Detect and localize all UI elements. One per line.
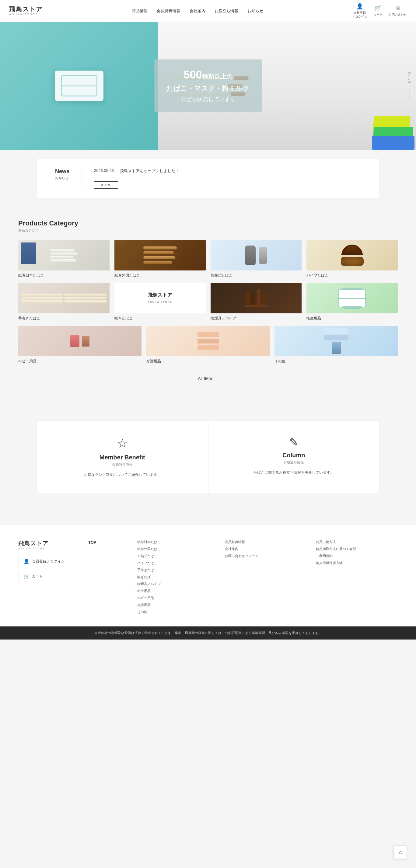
category-pipe-tobacco[interactable]: パイプたばこ bbox=[306, 240, 398, 278]
column-title-ja: お役立ち情報 bbox=[284, 460, 304, 465]
member-login-label: 会員登録／ログイン bbox=[352, 11, 367, 19]
category-pipe-tobacco-label: パイプたばこ bbox=[306, 273, 398, 278]
footer-contact-link[interactable]: お問い合わせフォーム bbox=[225, 554, 307, 558]
hero-sub-text: などを販売しています bbox=[167, 96, 249, 103]
category-baby-img bbox=[18, 326, 142, 356]
category-kiseru-img bbox=[211, 283, 302, 313]
logo[interactable]: 飛鳥ストア ASUKA STORE bbox=[9, 5, 42, 16]
nav-column[interactable]: お役立ち情報 bbox=[214, 8, 238, 14]
gaikoku-visual bbox=[140, 242, 180, 269]
footer-tokutei-link[interactable]: 特定商取引法に基づく表記 bbox=[316, 547, 398, 551]
all-item-wrapper: All Item bbox=[18, 364, 398, 393]
footer-logo-en: ASUKA STORE bbox=[18, 547, 79, 550]
news-text: 飛鳥ストアをオープンしました！ bbox=[120, 168, 179, 174]
footer-info-links: お買い物方法 特定商取引法に基づく表記 ご利用規約 個人情報保護方針 bbox=[316, 540, 398, 614]
towel2 bbox=[324, 335, 349, 340]
footer-top-link[interactable]: TOP bbox=[88, 540, 125, 614]
footer-link-baby[interactable]: －ベビー用品 bbox=[134, 596, 216, 600]
category-kaigo-label: 介護用品 bbox=[146, 359, 270, 364]
info-cards: ☆ Member Benefit 会員特典情報 お得なランク制度についてご紹介し… bbox=[36, 421, 380, 494]
member-benefit-desc: お得なランク制度についてご紹介しています。 bbox=[84, 472, 161, 478]
contact-button[interactable]: ✉ お問い合わせ bbox=[389, 5, 407, 17]
category-kanetsu[interactable]: 加熱式たばこ bbox=[211, 240, 302, 278]
footer-logo-ja: 飛鳥ストア bbox=[18, 540, 79, 547]
category-kiseru[interactable]: 喫煙具／パイプ bbox=[211, 283, 302, 321]
nav-member[interactable]: 会員特典情報 bbox=[157, 8, 180, 14]
member-benefit-title-ja: 会員特典情報 bbox=[112, 462, 132, 467]
footer-cart-link[interactable]: 🛒 カート bbox=[18, 571, 79, 582]
footer-howtobuy-link[interactable]: お買い物方法 bbox=[316, 540, 398, 544]
products-title-en: Products Category bbox=[18, 219, 398, 227]
footer-member-link[interactable]: 👤 会員登録／ログイン bbox=[18, 556, 79, 567]
member-login-button[interactable]: 👤 会員登録／ログイン bbox=[352, 3, 367, 19]
category-gaikoku-img bbox=[114, 240, 206, 271]
footer-member-label: 会員登録／ログイン bbox=[32, 559, 65, 564]
footer-link-kiseru[interactable]: －喫煙具／パイプ bbox=[134, 582, 216, 586]
all-item-button[interactable]: All Item bbox=[198, 376, 218, 381]
kaigo-visual bbox=[195, 329, 222, 353]
footer-user-links: 👤 会員登録／ログイン 🛒 カート bbox=[18, 556, 79, 582]
footer-member-benefit-link[interactable]: 会員特典情報 bbox=[225, 540, 307, 544]
news-title: News bbox=[55, 168, 69, 175]
all-item-label: All Item bbox=[198, 376, 212, 381]
category-fukitatsu[interactable]: 飛鳥ストア ASUKA STORE 嗅ぎたばこ bbox=[114, 283, 206, 321]
category-fukitatsu-label: 嗅ぎたばこ bbox=[114, 316, 206, 321]
footer-link-pipe-tobacco[interactable]: －パイプたばこ bbox=[134, 561, 216, 565]
column-card[interactable]: ✎ Column お役立ち情報 たばこに関するお役立ち情報を更新しています。 bbox=[208, 421, 380, 494]
footer-link-kaigo[interactable]: －介護用品 bbox=[134, 603, 216, 607]
cart-label: カート bbox=[374, 12, 383, 17]
products-grid-row1: 紙巻日本たばこ 紙巻外国たばこ 加熱式たばこ bbox=[18, 240, 398, 278]
nav-products[interactable]: 商品情報 bbox=[132, 8, 148, 14]
category-kaigo[interactable]: 介護用品 bbox=[146, 326, 270, 364]
mail-icon: ✉ bbox=[396, 5, 400, 11]
footer-link-kanetsu[interactable]: －加熱式たばこ bbox=[134, 554, 216, 558]
footer-link-nihon[interactable]: －紙巻日本たばこ bbox=[134, 540, 216, 544]
category-nihon[interactable]: 紙巻日本たばこ bbox=[18, 240, 110, 278]
category-baby[interactable]: ベビー用品 bbox=[18, 326, 142, 364]
hero-main-text: たばこ・マスク・粉ミルク bbox=[167, 83, 249, 94]
column-desc: たばこに関するお役立ち情報を更新しています。 bbox=[254, 469, 334, 476]
news-more-button[interactable]: MORE bbox=[94, 181, 118, 189]
nav-news[interactable]: お知らせ bbox=[247, 8, 263, 14]
category-eisei-label: 衛生用品 bbox=[306, 316, 398, 321]
footer-link-fukitatsu[interactable]: －嗅ぎたばこ bbox=[134, 575, 216, 579]
category-kiseru-label: 喫煙具／パイプ bbox=[211, 316, 302, 321]
products-section: Products Category 商品カテゴリ 紙巻日本たばこ bbox=[0, 204, 416, 408]
contact-label: お問い合わせ bbox=[389, 12, 407, 17]
category-nihon-img bbox=[18, 240, 110, 271]
footer-link-eisei[interactable]: －衛生用品 bbox=[134, 589, 216, 593]
hero-section: 500種類以上の たばこ・マスク・粉ミルク などを販売しています Scroll bbox=[0, 22, 416, 150]
footer-privacy-link[interactable]: 個人情報保護方針 bbox=[316, 561, 398, 565]
footer-cart-label: カート bbox=[32, 574, 43, 579]
category-pipe-tobacco-img bbox=[306, 240, 398, 271]
category-eisei[interactable]: 衛生用品 bbox=[306, 283, 398, 321]
footer-company-link[interactable]: 会社案内 bbox=[225, 547, 307, 551]
products-grid-row2: 手巻きたばこ 飛鳥ストア ASUKA STORE 嗅ぎたばこ bbox=[18, 283, 398, 321]
footer-link-temaki[interactable]: －手巻きたばこ bbox=[134, 568, 216, 572]
nihon-pack bbox=[21, 243, 36, 264]
towel1 bbox=[324, 328, 349, 334]
scroll-indicator: Scroll bbox=[408, 71, 411, 100]
footer-link-gaikoku[interactable]: －紙巻外国たばこ bbox=[134, 547, 216, 551]
member-benefit-card[interactable]: ☆ Member Benefit 会員特典情報 お得なランク制度についてご紹介し… bbox=[36, 421, 208, 494]
category-gaikoku[interactable]: 紙巻外国たばこ bbox=[114, 240, 206, 278]
category-sonota[interactable]: その他 bbox=[274, 326, 398, 364]
hero-number: 500種類以上の bbox=[167, 68, 249, 81]
star-icon: ☆ bbox=[117, 436, 128, 451]
nav-company[interactable]: 会社案内 bbox=[189, 8, 205, 14]
footer-terms-link[interactable]: ご利用規約 bbox=[316, 554, 398, 558]
disclaimer-text: 未成年者の喫煙及び飲酒は法律で禁止されています。葉巻、煙草類の販売に際しては、公… bbox=[94, 631, 322, 634]
news-header: News お知らせ bbox=[55, 168, 69, 180]
asuka-logo-visual: 飛鳥ストア ASUKA STORE bbox=[148, 292, 172, 305]
pipe-tobacco-visual bbox=[341, 245, 364, 266]
column-title-en: Column bbox=[283, 452, 305, 459]
cart-button[interactable]: 🛒 カート bbox=[374, 5, 383, 17]
nihon-cig-visual bbox=[48, 247, 80, 264]
main-nav: 商品情報 会員特典情報 会社案内 お役立ち情報 お知らせ bbox=[132, 8, 263, 14]
news-item: 2023.06.23 飛鳥ストアをオープンしました！ bbox=[94, 168, 361, 174]
category-temaki[interactable]: 手巻きたばこ bbox=[18, 283, 110, 321]
category-eisei-img bbox=[306, 283, 398, 313]
products-title-ja: 商品カテゴリ bbox=[18, 228, 398, 233]
hero-text-overlay: 500種類以上の たばこ・マスク・粉ミルク などを販売しています bbox=[154, 59, 262, 112]
footer-link-sonota[interactable]: －その他 bbox=[134, 610, 216, 614]
